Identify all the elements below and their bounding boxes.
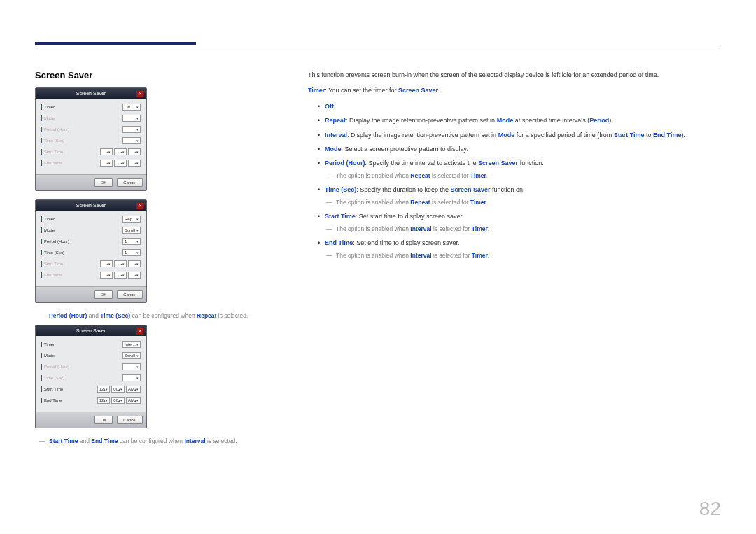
description-column: This function prevents screen burn-in wh… [308,70,721,450]
label-endtime: End Time [44,161,62,165]
dialog-title-text: Screen Saver [76,91,106,96]
bullet-mode: Mode: Select a screen protective pattern… [318,144,721,154]
label-timesec: Time (Sec) [44,139,64,143]
label-timer: Timer [44,105,55,109]
note-repeat: Period (Hour) and Time (Sec) can be conf… [35,311,287,321]
cancel-button[interactable]: Cancel [117,416,143,424]
section-title: Screen Saver [35,70,287,80]
mode-select[interactable]: Scroll▾ [122,352,141,359]
cancel-button[interactable]: Cancel [117,290,143,299]
end-time-input[interactable]: 12▴▾00▴▾AM▴▾ [97,397,141,404]
dialog-title: Screen Saver ✕ [36,200,146,211]
start-time-input[interactable]: 12▴▾00▴▾AM▴▾ [97,386,141,393]
timesec-select[interactable]: 1▾ [122,249,141,256]
top-divider [35,45,721,45]
timesec-select: ▾ [122,137,141,144]
close-icon[interactable]: ✕ [136,90,144,97]
dialog-screensaver-interval: Screen Saver ✕ Timer Inter...▾ Mode Scro… [35,325,147,428]
bullet-period: Period (Hour): Specify the time interval… [318,158,721,181]
ok-button[interactable]: OK [94,178,113,187]
bullet-end: End Time: Set end time to display screen… [318,238,721,260]
bullet-start: Start Time: Set start time to display sc… [318,211,721,234]
ok-button[interactable]: OK [94,290,113,299]
label-mode: Mode [44,116,55,120]
close-icon[interactable]: ✕ [136,328,144,335]
bullet-interval: Interval: Display the image retention-pr… [318,130,721,140]
mode-select: ▾ [122,115,141,122]
period-select: ▾ [122,126,141,133]
label-period: Period (Hour) [44,127,69,132]
close-icon[interactable]: ✕ [136,202,144,209]
label-starttime: Start Time [44,150,63,154]
dialog-title: Screen Saver ✕ [36,88,146,99]
mode-select[interactable]: Scroll▾ [122,227,141,234]
page-number: 82 [699,498,721,520]
bullet-timesec: Time (Sec): Specify the duration to keep… [318,185,721,207]
bullet-repeat: Repeat: Display the image retention-prev… [318,115,721,125]
intro-text: This function prevents screen burn-in wh… [308,70,721,80]
bullet-off: Off [318,101,721,111]
timer-select[interactable]: Rep...▾ [122,216,141,223]
period-select[interactable]: 1▾ [122,238,141,245]
note-interval: Start Time and End Time can be configure… [35,437,287,446]
timer-desc: Timer: You can set the timer for Screen … [308,85,721,95]
dialog-screensaver-repeat: Screen Saver ✕ Timer Rep...▾ Mode Scroll… [35,199,147,303]
ok-button[interactable]: OK [94,416,113,424]
dialog-screensaver-off: Screen Saver ✕ Timer Off▾ Mode ▾ Period … [35,87,147,191]
dialog-title: Screen Saver ✕ [36,325,146,336]
timer-select[interactable]: Inter...▾ [122,341,141,348]
chevron-down-icon: ▾ [136,105,139,109]
timer-select[interactable]: Off▾ [122,104,141,111]
cancel-button[interactable]: Cancel [117,178,143,187]
